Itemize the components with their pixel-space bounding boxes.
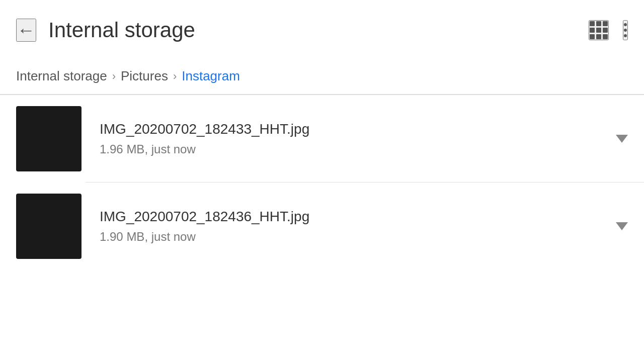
file-name: IMG_20200702_182433_HHT.jpg [100,121,608,137]
breadcrumb-item-pictures[interactable]: Pictures [121,68,168,84]
header-actions [589,20,628,40]
more-options-icon [624,34,627,37]
list-item[interactable]: IMG_20200702_182433_HHT.jpg 1.96 MB, jus… [0,95,644,183]
chevron-down-icon[interactable] [616,135,628,143]
file-info: IMG_20200702_182436_HHT.jpg 1.90 MB, jus… [100,209,608,244]
list-item[interactable]: IMG_20200702_182436_HHT.jpg 1.90 MB, jus… [0,183,644,270]
file-info: IMG_20200702_182433_HHT.jpg 1.96 MB, jus… [100,121,608,156]
file-thumbnail [16,106,82,171]
file-name: IMG_20200702_182436_HHT.jpg [100,209,608,225]
more-options-button[interactable] [623,20,628,40]
breadcrumb-item-instagram[interactable]: Instagram [182,68,240,84]
breadcrumb-separator-1: › [112,70,116,83]
back-arrow-icon: ← [17,20,35,41]
file-meta: 1.90 MB, just now [100,230,608,244]
more-options-icon [624,23,627,26]
header: ← Internal storage [0,0,644,60]
breadcrumb: Internal storage › Pictures › Instagram [0,60,644,94]
file-list: IMG_20200702_182433_HHT.jpg 1.96 MB, jus… [0,95,644,270]
breadcrumb-item-internal-storage[interactable]: Internal storage [16,68,107,84]
file-thumbnail [16,194,82,259]
grid-view-button[interactable] [589,20,609,40]
chevron-down-icon[interactable] [616,222,628,230]
page-title: Internal storage [48,18,589,42]
more-options-icon [624,29,627,32]
grid-icon [590,21,608,39]
file-meta: 1.96 MB, just now [100,142,608,156]
breadcrumb-separator-2: › [173,70,177,83]
back-button[interactable]: ← [16,19,36,42]
